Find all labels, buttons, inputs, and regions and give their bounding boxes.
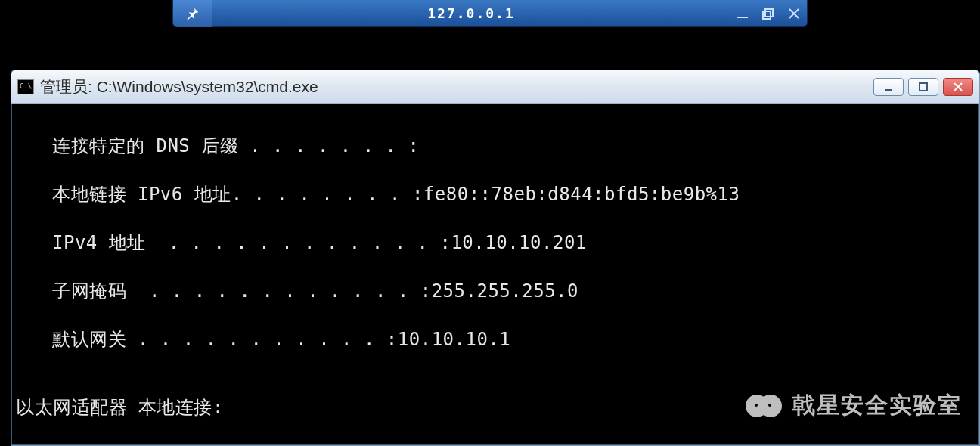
gateway-label: 默认网关: [52, 327, 126, 352]
watermark: 戟星安全实验室: [746, 387, 962, 423]
window-title: 管理员: C:\Windows\system32\cmd.exe: [40, 76, 873, 98]
remote-address: 127.0.0.1: [212, 5, 730, 21]
minimize-button[interactable]: [873, 78, 904, 96]
svg-rect-1: [765, 9, 773, 17]
dots: . . . . . . . :: [238, 134, 419, 158]
cmd-app-icon-text: C:\: [20, 83, 32, 90]
minimize-icon: [883, 82, 894, 92]
close-icon: [953, 82, 963, 92]
subnet-label: 子网掩码: [52, 279, 126, 303]
restore-icon: [761, 7, 775, 20]
ipv4-label: IPv4 地址: [52, 231, 146, 255]
restore-remote-button[interactable]: [755, 0, 781, 27]
minimize-icon: [736, 7, 749, 20]
dots: . . . . . . . . . . . . :: [146, 231, 451, 255]
titlebar[interactable]: C:\ 管理员: C:\Windows\system32\cmd.exe: [11, 70, 979, 104]
dots: . . . . . . . . . . . . :: [126, 279, 432, 303]
dns-suffix-label: 连接特定的 DNS 后缀: [52, 134, 238, 158]
close-icon: [787, 7, 801, 20]
subnet-value: 255.255.255.0: [432, 279, 578, 303]
svg-rect-2: [763, 11, 771, 19]
window-controls: [873, 78, 973, 96]
maximize-button[interactable]: [908, 78, 938, 96]
ipv6-link-value: fe80::78eb:d844:bfd5:be9b%13: [423, 182, 740, 206]
close-button[interactable]: [943, 78, 973, 96]
cmd-app-icon: C:\: [17, 79, 34, 94]
svg-rect-6: [920, 83, 927, 91]
wechat-icon: [746, 387, 782, 423]
watermark-text: 戟星安全实验室: [792, 390, 962, 421]
remote-connection-bar: 127.0.0.1: [172, 0, 808, 27]
minimize-remote-button[interactable]: [730, 0, 755, 27]
ipv4-value: 10.10.10.201: [451, 231, 586, 255]
pin-button[interactable]: [173, 0, 212, 27]
dots: . . . . . . . . :: [231, 182, 423, 206]
gateway-value: 10.10.10.1: [398, 327, 511, 352]
ipv6-link-label: 本地链接 IPv6 地址: [52, 182, 231, 206]
maximize-icon: [918, 82, 929, 92]
pin-icon: [185, 5, 201, 22]
close-remote-button[interactable]: [781, 0, 807, 27]
dots: . . . . . . . . . . . :: [126, 327, 398, 352]
